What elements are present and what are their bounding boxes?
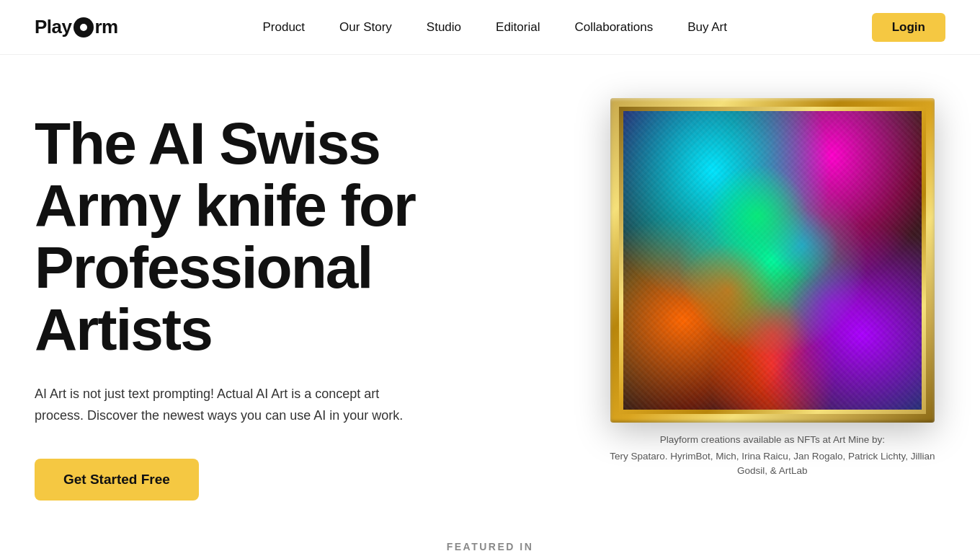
nav-links: Product Our Story Studio Editorial Colla…	[263, 20, 727, 35]
hero-left: The AI Swiss Army knife for Professional…	[35, 98, 539, 501]
artwork-caption-block: Playform creations available as NFTs at …	[600, 434, 945, 479]
hero-heading: The AI Swiss Army knife for Professional…	[35, 113, 539, 361]
nav-link-editorial[interactable]: Editorial	[496, 20, 540, 34]
nav-link-studio[interactable]: Studio	[427, 20, 461, 34]
nav-link-buy-art[interactable]: Buy Art	[687, 20, 727, 34]
logo[interactable]: Play rm	[35, 16, 118, 38]
logo-text: Play rm	[35, 16, 118, 38]
featured-section: FEATURED IN	[0, 529, 980, 551]
logo-icon	[74, 17, 94, 38]
artwork-caption-main: Playform creations available as NFTs at …	[600, 434, 945, 445]
hero-heading-line1: The AI Swiss	[35, 110, 380, 176]
hero-heading-line3: Professional	[35, 234, 372, 300]
nav-item-our-story[interactable]: Our Story	[339, 20, 392, 35]
nav-right: Login	[872, 13, 945, 42]
nav-item-studio[interactable]: Studio	[427, 20, 461, 35]
artwork-image	[623, 111, 922, 410]
featured-label: FEATURED IN	[35, 541, 945, 551]
main-nav: Play rm Product Our Story Studio Editori…	[0, 0, 980, 55]
hero-section: The AI Swiss Army knife for Professional…	[0, 55, 980, 529]
artwork-caption-artists: Tery Spataro. HyrimBot, Mich, Irina Raic…	[600, 449, 945, 479]
nav-item-buy-art[interactable]: Buy Art	[687, 20, 727, 35]
hero-right: Playform creations available as NFTs at …	[600, 98, 945, 479]
nav-item-editorial[interactable]: Editorial	[496, 20, 540, 35]
nav-item-collaborations[interactable]: Collaborations	[574, 20, 653, 35]
artwork-frame-wrapper	[610, 98, 935, 423]
nav-item-product[interactable]: Product	[263, 20, 306, 35]
artwork-frame-inner	[619, 107, 926, 414]
nav-link-product[interactable]: Product	[263, 20, 306, 34]
hero-heading-line2: Army knife for	[35, 172, 415, 238]
nav-link-our-story[interactable]: Our Story	[339, 20, 392, 34]
hero-subtext: AI Art is not just text prompting! Actua…	[35, 384, 424, 426]
login-button[interactable]: Login	[872, 13, 945, 42]
hero-heading-line4: Artists	[35, 296, 212, 362]
get-started-button[interactable]: Get Started Free	[35, 459, 199, 501]
nav-link-collaborations[interactable]: Collaborations	[574, 20, 653, 34]
